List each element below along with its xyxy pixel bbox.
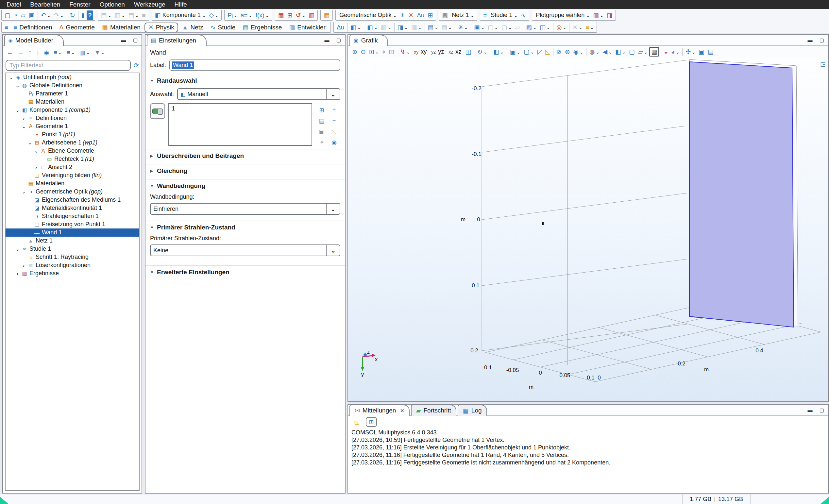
load-group-button[interactable]: ▱ bbox=[514, 23, 521, 32]
select-domain-button[interactable]: ▣⌄ bbox=[509, 47, 522, 57]
menu-hilfe[interactable]: Hilfe bbox=[171, 0, 191, 9]
view-xz-button[interactable]: xzxz bbox=[446, 47, 463, 57]
tree-item-komponente-1[interactable]: ⌄◧Komponente 1(comp1) bbox=[6, 106, 139, 114]
chevron-down-icon[interactable]: ⌄ bbox=[508, 25, 512, 30]
animation-button[interactable]: ✣⌄ bbox=[684, 47, 696, 57]
caret-down-icon[interactable]: ⌄ bbox=[14, 246, 21, 252]
chevron-down-icon[interactable]: ⌄ bbox=[481, 25, 484, 30]
chevron-down-icon[interactable]: ⌄ bbox=[418, 25, 422, 30]
chevron-down-icon[interactable]: ⌄ bbox=[533, 25, 536, 30]
boundary-pair-button[interactable]: ▥⌄ bbox=[380, 23, 393, 32]
zoom-selected-button[interactable]: ⌖ bbox=[381, 47, 387, 57]
tree-item-wand-1[interactable]: ▬Wand 1 bbox=[6, 228, 139, 237]
open-in-window-button[interactable]: ⊞ bbox=[366, 417, 377, 427]
filter-input[interactable] bbox=[6, 60, 131, 71]
save-button[interactable]: ▣ bbox=[28, 10, 36, 20]
chevron-down-icon[interactable]: ⌄ bbox=[248, 13, 252, 18]
view-cube-button[interactable]: ▢ bbox=[627, 47, 636, 57]
chevron-down-icon[interactable]: ⌄ bbox=[108, 13, 111, 18]
maximize-icon[interactable]: ▢ bbox=[818, 36, 826, 44]
chevron-down-icon[interactable]: ⌄ bbox=[517, 50, 520, 55]
wall-condition-combo[interactable]: Einfrieren ⌄ bbox=[150, 203, 340, 215]
chevron-down-icon[interactable]: ⌄ bbox=[375, 50, 379, 55]
sensitivity-du-button[interactable]: Δu bbox=[335, 23, 346, 32]
maximize-icon[interactable]: ▢ bbox=[334, 36, 343, 44]
tab-mitteilungen[interactable]: ✉Mitteilungen✕ bbox=[350, 405, 409, 416]
compile-script-button[interactable]: ▤⌄ bbox=[127, 10, 140, 20]
chevron-down-icon[interactable]: ⌄ bbox=[483, 50, 487, 55]
chevron-down-icon[interactable]: ⌄ bbox=[374, 25, 377, 30]
chevron-down-icon[interactable]: ⌄ bbox=[586, 13, 590, 18]
settings-tab[interactable]: ▤ Einstellungen bbox=[147, 35, 207, 46]
chevron-down-icon[interactable]: ⌄ bbox=[580, 50, 583, 55]
scene-light-button[interactable]: ◀⌄ bbox=[602, 47, 614, 57]
sensitivity-button[interactable]: Δu bbox=[416, 10, 426, 20]
tree-item-ergebnisse[interactable]: ›▥Ergebnisse bbox=[6, 269, 139, 278]
tree-item-globale-definitionen[interactable]: ⌄◍Globale Definitionen bbox=[6, 81, 139, 89]
release-button[interactable]: ✳⌄ bbox=[571, 23, 583, 32]
tree-item-freisetzung-von-punkt-1[interactable]: ▢Freisetzung von Punkt 1 bbox=[6, 220, 139, 228]
selected-wall-boundary[interactable] bbox=[689, 62, 794, 327]
chevron-down-icon[interactable]: ⌄ bbox=[608, 50, 612, 55]
layers-button[interactable]: ≡⌄ bbox=[584, 23, 595, 32]
caret-down-icon[interactable]: ⌄ bbox=[8, 75, 14, 80]
point-condition-button[interactable]: ▤⌄ bbox=[427, 23, 440, 32]
update-solution-button[interactable]: ↻ bbox=[69, 10, 76, 20]
boundary-selection-list[interactable]: 1 bbox=[168, 103, 312, 146]
chevron-down-icon[interactable]: ⌄ bbox=[596, 50, 600, 55]
caret-right-icon[interactable]: › bbox=[33, 165, 39, 170]
chevron-down-icon[interactable]: ⌄ bbox=[590, 25, 593, 30]
tree-item-parameter-1[interactable]: PᵢParameter 1 bbox=[6, 89, 139, 98]
minimize-icon[interactable]: ▬ bbox=[806, 406, 814, 414]
attributes-button[interactable]: ▣⌄ bbox=[473, 23, 486, 32]
chevron-down-icon[interactable]: ⌄ bbox=[388, 25, 391, 30]
goal-button[interactable]: ◎⌄ bbox=[555, 23, 568, 32]
section-equation[interactable]: ▶ Gleichung bbox=[150, 165, 340, 176]
chevron-down-icon[interactable]: ⌄ bbox=[302, 13, 305, 18]
select-box-button[interactable]: ▢⌄ bbox=[522, 47, 535, 57]
active-toggle-button[interactable] bbox=[150, 103, 165, 119]
ribbon-tab-netz[interactable]: ▲Netz bbox=[179, 23, 207, 32]
menu-fenster[interactable]: Fenster bbox=[65, 0, 94, 9]
default-view-icon[interactable]: ◳ bbox=[820, 61, 825, 68]
attribute-pair2-button[interactable]: ▢⌄ bbox=[500, 23, 513, 32]
chevron-down-icon[interactable]: ⌄ bbox=[406, 50, 410, 55]
transparency-button[interactable]: ◧⌄ bbox=[614, 47, 627, 57]
zoom-extents-button[interactable]: ⊡ bbox=[387, 47, 395, 57]
chevron-down-icon[interactable]: ⌄ bbox=[676, 50, 679, 55]
redo-button[interactable]: ↷⌄ bbox=[52, 10, 65, 20]
chevron-down-icon[interactable]: ⌄ bbox=[470, 13, 474, 18]
attribute-pair-button[interactable]: ▢⌄ bbox=[486, 23, 500, 32]
study-select-button[interactable]: Studie 1⌄ bbox=[489, 10, 519, 20]
zoom-in-button[interactable]: ⊕ bbox=[351, 47, 359, 57]
chevron-down-icon[interactable]: ⌄ bbox=[514, 13, 517, 18]
snapshot-button[interactable]: ▣ bbox=[697, 47, 706, 57]
open-folder-button[interactable]: ▱ bbox=[19, 10, 27, 20]
new-file-button[interactable]: ▢ bbox=[3, 10, 12, 20]
chevron-down-icon[interactable]: ⌄ bbox=[101, 50, 105, 55]
face-render-button[interactable]: ◧⌄ bbox=[492, 47, 505, 57]
add-component-button[interactable]: ◇⌄ bbox=[208, 10, 220, 20]
mesh-select-button[interactable]: Netz 1⌄ bbox=[450, 10, 475, 20]
print-button[interactable]: ▤ bbox=[707, 47, 715, 57]
compute-button[interactable]: = bbox=[482, 10, 488, 20]
edge-pair-button[interactable]: ▥⌄ bbox=[410, 23, 423, 32]
orthographic-button[interactable]: ◫ bbox=[464, 47, 472, 57]
chevron-down-icon[interactable]: ⌄ bbox=[47, 13, 51, 18]
split-button[interactable]: ◫⌄ bbox=[538, 23, 551, 32]
tree-item-geometrische-optik[interactable]: ⌄◑Geometrische Optik(gop) bbox=[6, 188, 139, 196]
variables-button[interactable]: a=⌄ bbox=[239, 10, 254, 20]
move-up-button[interactable]: ↑ bbox=[27, 48, 33, 57]
help-button[interactable]: ? bbox=[86, 10, 93, 20]
menu-werkzeuge[interactable]: Werkzeuge bbox=[130, 0, 169, 9]
tree-item-studie-1[interactable]: ⌄∞Studie 1 bbox=[6, 245, 139, 253]
section-boundary-selection[interactable]: ▼ Randauswahl bbox=[150, 74, 340, 86]
nav-forward-button[interactable]: → bbox=[16, 48, 25, 57]
filter-button[interactable]: ▼⌄ bbox=[93, 48, 106, 57]
chevron-down-icon[interactable]: ⌄ bbox=[135, 13, 139, 18]
chevron-down-icon[interactable]: ⌄ bbox=[71, 50, 75, 55]
minimize-icon[interactable]: ▬ bbox=[119, 36, 128, 44]
build-table-button[interactable]: ▦ bbox=[277, 10, 285, 20]
tree-item-materialdiskontinuität-1[interactable]: ◪Materialdiskontinuität 1 bbox=[6, 204, 139, 212]
show-selection-icon[interactable]: ◉ bbox=[328, 137, 340, 148]
